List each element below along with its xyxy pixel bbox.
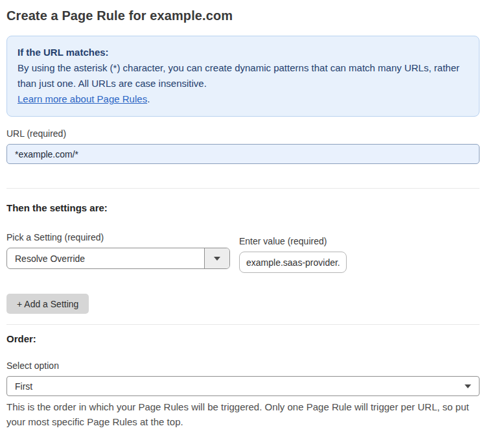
page-rule-form: Create a Page Rule for example.com If th… <box>0 0 486 448</box>
info-box-heading: If the URL matches: <box>17 45 469 60</box>
url-field-label: URL (required) <box>6 128 480 139</box>
order-section-heading: Order: <box>6 333 480 344</box>
setting-value-column: Enter value (required) <box>239 236 347 273</box>
settings-row: Pick a Setting (required) Resolve Overri… <box>6 232 480 273</box>
order-select-label: Select option <box>6 360 480 371</box>
learn-more-link[interactable]: Learn more about Page Rules <box>17 93 147 104</box>
info-box-body: By using the asterisk (*) character, you… <box>17 60 469 91</box>
link-suffix: . <box>147 93 150 104</box>
setting-picker-column: Pick a Setting (required) Resolve Overri… <box>6 232 230 269</box>
section-divider <box>6 324 480 325</box>
setting-select-arrow-button[interactable] <box>204 248 229 268</box>
setting-select-value: Resolve Override <box>7 248 204 268</box>
chevron-down-icon <box>214 257 220 261</box>
url-match-info-box: If the URL matches: By using the asteris… <box>6 36 480 117</box>
order-select[interactable]: First <box>6 376 480 396</box>
value-field-label: Enter value (required) <box>239 236 347 247</box>
url-input[interactable] <box>6 144 480 164</box>
setting-select-label: Pick a Setting (required) <box>6 232 230 243</box>
page-title: Create a Page Rule for example.com <box>6 8 480 23</box>
info-box-link-line: Learn more about Page Rules. <box>17 91 469 107</box>
setting-value-input[interactable] <box>239 252 347 273</box>
section-divider <box>6 188 480 189</box>
order-help-text: This is the order in which your Page Rul… <box>6 399 473 429</box>
add-setting-button[interactable]: + Add a Setting <box>6 294 89 314</box>
setting-select[interactable]: Resolve Override <box>6 248 230 269</box>
order-select-value: First <box>15 381 32 392</box>
chevron-down-icon <box>465 384 471 388</box>
settings-section-heading: Then the settings are: <box>6 202 480 213</box>
